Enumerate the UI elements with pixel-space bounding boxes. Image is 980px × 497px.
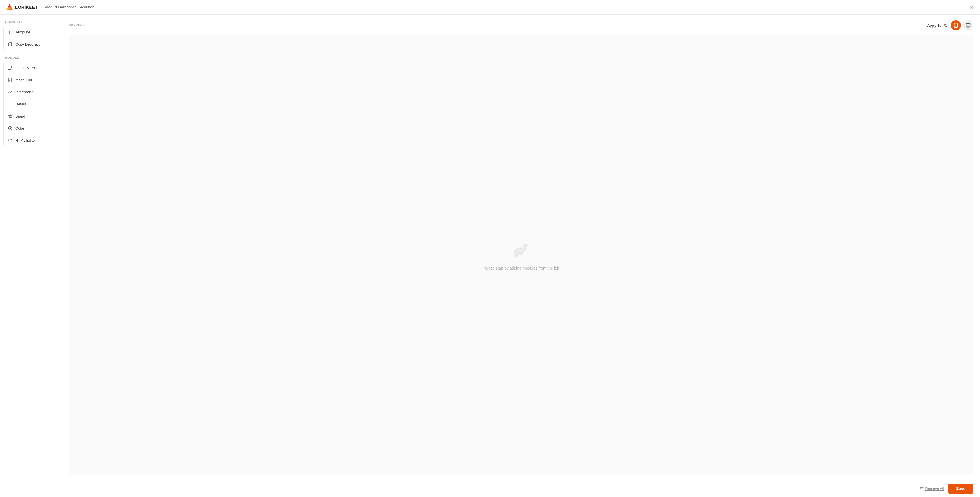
preview-controls: Apply To PC: [928, 20, 973, 30]
svg-rect-33: [522, 248, 525, 248]
logo-text: LORIKEET: [15, 5, 38, 10]
brand-icon: [8, 113, 13, 119]
svg-point-32: [525, 244, 528, 246]
close-button[interactable]: ×: [969, 3, 974, 11]
sidebar-item-html-editor-label: HTML Editor: [16, 138, 36, 143]
template-icon: [8, 30, 13, 35]
header-subtitle: Product Description Decorator: [45, 5, 94, 9]
svg-rect-9: [8, 66, 10, 68]
sidebar-item-details-label: Details: [16, 102, 27, 106]
sidebar-item-details[interactable]: Details: [4, 98, 58, 110]
sidebar-item-image-text[interactable]: Image & Text: [4, 62, 58, 74]
html-editor-icon: [8, 138, 13, 143]
sidebar-item-copy-decoration[interactable]: Copy Decoration: [4, 38, 58, 50]
sidebar: TEMPLATE Template: [0, 14, 62, 480]
preview-header: PREVIEW Apply To PC: [68, 20, 973, 30]
apply-to-pc-button[interactable]: Apply To PC: [928, 23, 947, 27]
model-cut-icon: [8, 77, 13, 82]
preview-area: PREVIEW Apply To PC: [62, 14, 980, 480]
copy-decoration-icon: [8, 41, 13, 47]
svg-point-24: [10, 127, 11, 129]
sidebar-item-information[interactable]: Information: [4, 86, 58, 98]
sidebar-item-copy-decoration-label: Copy Decoration: [16, 42, 43, 46]
module-group: Image & Text Model Cut: [3, 62, 58, 147]
sidebar-item-brand-label: Brand: [16, 114, 25, 118]
svg-rect-34: [522, 250, 524, 250]
information-icon: [8, 89, 13, 94]
save-button[interactable]: Save: [948, 484, 973, 494]
sidebar-item-information-label: Information: [16, 90, 34, 94]
header: LORIKEET Product Description Decorator ×: [0, 0, 980, 14]
header-divider: [41, 5, 41, 10]
svg-marker-1: [8, 4, 11, 7]
mobile-device-button[interactable]: [951, 20, 961, 30]
preview-canvas: Please start by adding modules from the …: [68, 35, 973, 474]
sidebar-item-model-cut[interactable]: Model Cut: [4, 74, 58, 86]
main-layout: TEMPLATE Template: [0, 14, 980, 480]
mobile-icon: [953, 23, 958, 28]
sidebar-item-image-text-label: Image & Text: [16, 66, 37, 70]
logo-icon: [6, 3, 13, 11]
sidebar-item-template[interactable]: Template: [4, 26, 58, 38]
svg-rect-3: [8, 30, 12, 34]
svg-rect-7: [8, 43, 11, 46]
color-icon: [8, 126, 13, 131]
footer: Remove All Save: [0, 480, 980, 497]
empty-state-illustration: [510, 239, 532, 261]
svg-marker-22: [8, 114, 12, 118]
logo: LORIKEET: [6, 3, 38, 11]
svg-line-25: [10, 139, 10, 142]
template-group: Template Copy Decoration: [3, 26, 58, 50]
remove-all-button[interactable]: Remove All: [920, 487, 944, 491]
desktop-icon: [966, 23, 971, 28]
image-text-icon: [8, 65, 13, 70]
sidebar-item-brand[interactable]: Brand: [4, 110, 58, 122]
svg-rect-35: [521, 251, 523, 252]
trash-icon: [920, 487, 924, 491]
desktop-device-button[interactable]: [963, 20, 973, 30]
remove-all-label: Remove All: [926, 487, 944, 491]
sidebar-item-template-label: Template: [16, 30, 30, 34]
header-left: LORIKEET Product Description Decorator: [6, 3, 94, 11]
sidebar-item-model-cut-label: Model Cut: [16, 78, 32, 82]
template-section-label: TEMPLATE: [3, 20, 58, 24]
empty-state-text: Please start by adding modules from the …: [482, 266, 559, 271]
sidebar-item-color-label: Color: [16, 126, 24, 131]
details-icon: [8, 102, 13, 107]
svg-rect-28: [966, 23, 970, 26]
sidebar-item-color[interactable]: Color: [4, 122, 58, 134]
svg-point-27: [956, 26, 956, 27]
preview-label: PREVIEW: [68, 24, 85, 27]
module-section-label: MODULE: [3, 56, 58, 59]
sidebar-item-html-editor[interactable]: HTML Editor: [4, 134, 58, 146]
